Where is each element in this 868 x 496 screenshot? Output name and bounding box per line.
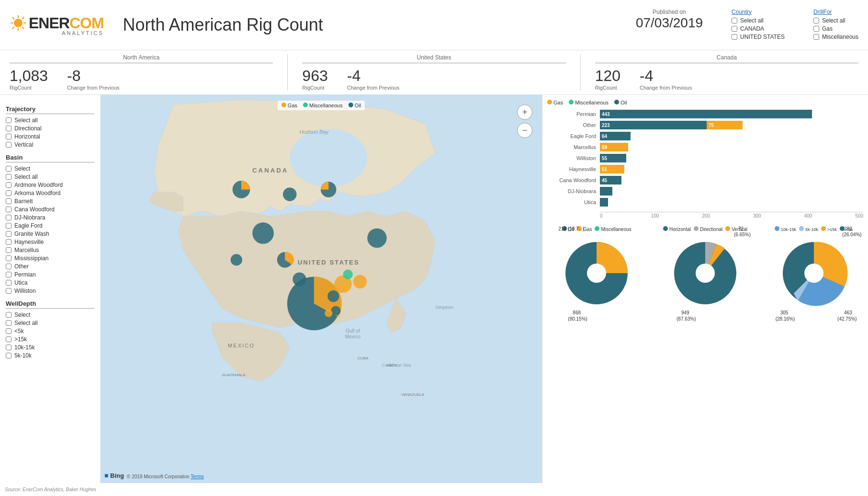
wd-305-pct: (28.16%) <box>776 316 795 322</box>
bar-container: 55 <box>600 153 863 163</box>
wd-gt15k[interactable]: >15k <box>6 336 94 343</box>
zoom-in-button[interactable]: + <box>517 104 532 120</box>
country-select-all-checkbox[interactable] <box>732 18 737 23</box>
svg-point-41 <box>696 264 715 283</box>
trajectory-directional-cb[interactable] <box>6 126 11 131</box>
bar-oil <box>600 198 608 207</box>
bar-label: Marcellus <box>547 144 600 150</box>
svg-point-34 <box>327 290 339 302</box>
bar-row-permian: Permian443 <box>547 109 863 119</box>
map[interactable]: Hudson Bay CANADA UNITED STATES MEXICO G… <box>101 95 542 483</box>
basin-haynesville[interactable]: Haynesville <box>6 239 94 245</box>
basin-williston[interactable]: Williston <box>6 288 94 294</box>
basin-cana-woodford[interactable]: Cana Woodford <box>6 206 94 213</box>
trajectory-vertical[interactable]: Vertical <box>6 141 94 148</box>
trajectory-select-all-cb[interactable] <box>6 117 11 123</box>
na-change: -8 <box>67 67 119 85</box>
basin-barnett[interactable]: Barnett <box>6 198 94 205</box>
published-block: Published on 07/03/2019 <box>636 9 703 31</box>
basin-utica[interactable]: Utica <box>6 279 94 286</box>
pie-label-gas: 214 (19.7...) <box>558 226 584 231</box>
traj-horiz-label: 949 <box>681 310 689 315</box>
basin-arkoma-woodford[interactable]: Arkoma Woodford <box>6 190 94 196</box>
welldepth-section-title: WellDepth <box>6 300 94 309</box>
wd-select-all-cb[interactable] <box>6 320 11 326</box>
country-canada-checkbox[interactable] <box>732 26 737 32</box>
wd-select[interactable]: Select <box>6 311 94 318</box>
basin-ardmore-cb[interactable] <box>6 182 11 188</box>
basin-utica-cb[interactable] <box>6 280 11 286</box>
basin-eagle-ford-cb[interactable] <box>6 223 11 229</box>
basin-cana-cb[interactable] <box>6 207 11 212</box>
basin-permian-cb[interactable] <box>6 272 11 277</box>
svg-line-8 <box>12 27 14 29</box>
basin-marcellus-cb[interactable] <box>6 247 11 253</box>
drillfor-misc-checkbox[interactable] <box>813 34 819 40</box>
basin-granite-wash-cb[interactable] <box>6 231 11 237</box>
wd-select-all[interactable]: Select all <box>6 320 94 326</box>
svg-point-26 <box>252 222 274 244</box>
wd-10k15k-cb[interactable] <box>6 345 11 350</box>
page-title: North American Rig Count <box>123 15 636 35</box>
country-us[interactable]: UNITED STATES <box>732 34 785 40</box>
trajectory-horizontal-cb[interactable] <box>6 134 11 139</box>
basin-ardmore-woodford[interactable]: Ardmore Woodford <box>6 182 94 188</box>
svg-text:CANADA: CANADA <box>252 167 288 174</box>
drillfor-gas[interactable]: Gas <box>813 25 858 32</box>
basin-granite-wash[interactable]: Granite Wash <box>6 231 94 237</box>
north-america-stats: North America 1,083 RigCount -8 Change f… <box>10 54 273 91</box>
bar-label: Eagle Ford <box>547 133 600 139</box>
trajectory-select-all[interactable]: Select all <box>6 117 94 124</box>
zoom-out-button[interactable]: − <box>517 123 532 138</box>
bar-row-other: Other22375 <box>547 120 863 130</box>
basin-barnett-cb[interactable] <box>6 198 11 204</box>
basin-dj-niobrara[interactable]: DJ-Niobrara <box>6 214 94 221</box>
basin-eagle-ford[interactable]: Eagle Ford <box>6 222 94 229</box>
wd-lt5k-cb[interactable] <box>6 328 11 334</box>
basin-haynesville-cb[interactable] <box>6 239 11 245</box>
bar-gas: 75 <box>707 121 743 129</box>
traj-dir-label: 72 <box>738 226 744 231</box>
basin-marcellus[interactable]: Marcellus <box>6 247 94 254</box>
drillfor-gas-checkbox[interactable] <box>813 26 819 32</box>
wd-5k10k-cb[interactable] <box>6 353 11 358</box>
header-filters: Published on 07/03/2019 Country Select a… <box>636 9 858 42</box>
wd-gt15k-cb[interactable] <box>6 336 11 342</box>
basin-select[interactable]: Select <box>6 165 94 172</box>
trajectory-vertical-cb[interactable] <box>6 142 11 148</box>
basin-select-cb[interactable] <box>6 166 11 172</box>
country-canada[interactable]: CANADA <box>732 25 785 32</box>
basin-other-cb[interactable] <box>6 264 11 269</box>
basin-mississippian-cb[interactable] <box>6 255 11 261</box>
sun-icon <box>10 14 27 32</box>
basin-permian[interactable]: Permian <box>6 271 94 278</box>
published-date: 07/03/2019 <box>636 15 703 31</box>
wd-lt5k[interactable]: <5k <box>6 328 94 335</box>
country-us-checkbox[interactable] <box>732 34 737 40</box>
wd-10k15k[interactable]: 10k-15k <box>6 344 94 351</box>
basin-select-all[interactable]: Select all <box>6 173 94 180</box>
trajectory-horizontal[interactable]: Horizontal <box>6 133 94 140</box>
drillfor-select-all[interactable]: Select all <box>813 17 858 24</box>
drillfor-misc[interactable]: Miscellaneous <box>813 34 858 40</box>
country-select-all[interactable]: Select all <box>732 17 785 24</box>
basin-dj-cb[interactable] <box>6 215 11 220</box>
svg-text:Sargasso: Sargasso <box>435 305 453 310</box>
basin-arkoma-cb[interactable] <box>6 190 11 196</box>
wd-5k10k[interactable]: 5k-10k <box>6 352 94 359</box>
drillfor-filter-title[interactable]: DrillFor <box>813 9 858 15</box>
basin-mississippian[interactable]: Mississippian <box>6 255 94 262</box>
bar-container <box>600 186 863 196</box>
country-filter-title[interactable]: Country <box>732 9 785 15</box>
map-copyright: © 2019 Microsoft Corporation Terms <box>127 474 204 479</box>
drillfor-select-all-checkbox[interactable] <box>813 18 819 23</box>
basin-williston-cb[interactable] <box>6 288 11 294</box>
bar-oil: 55 <box>600 154 626 162</box>
basin-select-all-cb[interactable] <box>6 174 11 180</box>
north-america-title: North America <box>10 54 273 63</box>
basin-other[interactable]: Other <box>6 263 94 270</box>
traj-dir-pct: (6.65%) <box>734 232 751 237</box>
bar-container <box>600 197 863 207</box>
trajectory-directional[interactable]: Directional <box>6 125 94 132</box>
wd-select-cb[interactable] <box>6 312 11 318</box>
